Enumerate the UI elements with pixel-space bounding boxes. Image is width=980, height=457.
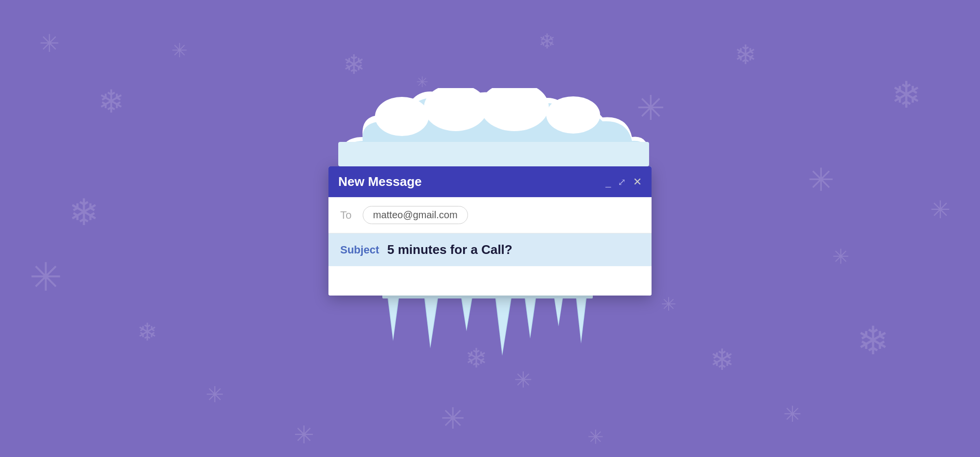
svg-marker-16 <box>496 295 511 353</box>
svg-marker-20 <box>554 295 563 324</box>
snowflake-13: ❄ <box>891 73 922 116</box>
minimize-button[interactable]: _ <box>606 177 611 186</box>
svg-marker-22 <box>577 295 586 341</box>
snowflake-14: ✳ <box>930 196 951 224</box>
svg-point-5 <box>382 100 421 127</box>
snowflake-11: ❄ <box>734 39 757 70</box>
snowflake-extra-2: ✳ <box>514 367 533 393</box>
snowflake-18: ✳ <box>587 426 604 448</box>
icicles <box>328 295 652 358</box>
to-label: To <box>340 208 355 221</box>
snowflake-20: ✳ <box>294 421 314 449</box>
snowflake-7: ❄ <box>343 49 365 80</box>
svg-marker-10 <box>388 295 398 339</box>
subject-text: 5 minutes for a Call? <box>387 242 513 257</box>
snowflake-extra-4: ✳ <box>832 245 849 269</box>
snowflake-12: ✳ <box>808 161 834 198</box>
snowflake-16: ✳ <box>783 401 802 427</box>
svg-rect-4 <box>338 142 649 166</box>
email-dialog: New Message _ ⤢ ✕ To matteo@gmail.com Su… <box>328 166 652 296</box>
to-row: To matteo@gmail.com <box>328 197 652 233</box>
svg-marker-12 <box>425 295 438 346</box>
subject-label: Subject <box>340 243 379 256</box>
svg-marker-18 <box>525 295 536 336</box>
snowflake-5: ❄ <box>137 318 158 346</box>
snowflake-15: ❄ <box>857 318 889 364</box>
snowflake-3: ❄ <box>69 191 99 234</box>
snow-cloud <box>324 88 656 166</box>
to-email-chip[interactable]: matteo@gmail.com <box>363 206 468 224</box>
snowflake-1: ❄ <box>98 83 124 120</box>
dialog-header: New Message _ ⤢ ✕ <box>328 166 652 197</box>
expand-button[interactable]: ⤢ <box>618 177 626 186</box>
dialog-title: New Message <box>338 174 422 189</box>
svg-marker-14 <box>462 295 472 329</box>
snowflake-extra-3: ✳ <box>661 294 677 315</box>
main-content: New Message _ ⤢ ✕ To matteo@gmail.com Su… <box>324 88 656 358</box>
dialog-controls: _ ⤢ ✕ <box>606 176 642 187</box>
svg-point-6 <box>431 88 480 121</box>
snowflake-0: ✳ <box>39 29 60 58</box>
snowflake-8: ✳ <box>441 401 465 435</box>
snowflake-4: ✳ <box>29 254 62 300</box>
snowflake-17: ❄ <box>710 343 734 377</box>
dialog-body[interactable] <box>328 266 652 296</box>
close-button[interactable]: ✕ <box>633 176 642 187</box>
svg-point-8 <box>553 98 594 125</box>
subject-row: Subject 5 minutes for a Call? <box>328 233 652 266</box>
snowflake-6: ✳ <box>206 382 224 408</box>
snowflake-2: ✳ <box>171 39 188 62</box>
snowflake-9: ❄ <box>538 29 556 53</box>
